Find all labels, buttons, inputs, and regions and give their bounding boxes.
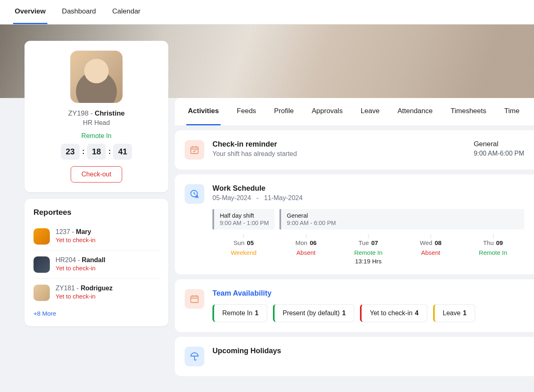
schedule-day[interactable]: Mon06 Absent — [275, 239, 337, 265]
shift-time: 9:00 AM - 6:00 PM — [287, 220, 518, 226]
team-availability-panel: Team Availability Remote In1 Present (by… — [175, 279, 534, 332]
subtab-leave[interactable]: Leave — [359, 98, 381, 125]
avatar[interactable] — [70, 51, 123, 103]
reportee-avatar — [34, 228, 50, 245]
day-status: Weekend — [212, 249, 275, 256]
shift-chip[interactable]: Half day shift 9:00 AM - 1:00 PM — [212, 209, 275, 229]
upcoming-holidays-panel: Upcoming Holidays — [175, 337, 534, 376]
subtab-feeds[interactable]: Feeds — [235, 98, 258, 125]
team-availability-title[interactable]: Team Availability — [212, 289, 524, 298]
reportee-row[interactable]: ZY181 - Rodriguez Yet to check-in — [34, 279, 159, 307]
day-status: Absent — [400, 249, 462, 256]
reportee-status: Yet to check-in — [56, 293, 159, 300]
user-id-name: ZY198 - Christine — [34, 109, 159, 118]
day-status: Remote In — [337, 249, 400, 256]
reportee-row[interactable]: HR204 - Randall Yet to check-in — [34, 251, 159, 279]
checkin-reminder-panel: Check-in reminder Your shift has already… — [175, 130, 534, 169]
schedule-day[interactable]: Sun05 Weekend — [212, 239, 275, 265]
user-role: HR Head — [34, 119, 159, 127]
reportee-status: Yet to check-in — [56, 265, 159, 272]
user-status: Remote In — [34, 132, 159, 140]
subtab-approvals[interactable]: Approvals — [310, 98, 344, 125]
sub-tabs: Activities Feeds Profile Approvals Leave… — [175, 98, 534, 125]
reportee-name: Randall — [82, 256, 105, 263]
day-hours: 13:19 Hrs — [337, 258, 400, 265]
reportee-status: Yet to check-in — [56, 236, 159, 243]
availability-pill-present[interactable]: Present (by default)1 — [273, 304, 355, 322]
tab-dashboard[interactable]: Dashboard — [60, 0, 98, 24]
calendar-icon — [185, 289, 204, 309]
availability-pill-yet[interactable]: Yet to check-in4 — [360, 304, 427, 322]
user-id: ZY198 — [68, 109, 89, 117]
subtab-profile[interactable]: Profile — [273, 98, 295, 125]
reportees-more-link[interactable]: +8 More — [34, 310, 56, 317]
schedule-timeline: Sun05 Weekend Mon06 Absent Tue07 Remote … — [212, 239, 524, 265]
shift-name: Half day shift — [220, 212, 269, 219]
schedule-day[interactable]: Thu09 Remote In — [462, 239, 524, 265]
shift-name: General — [287, 212, 518, 219]
reportee-id: HR204 — [56, 256, 76, 263]
subtab-timesheets[interactable]: Timesheets — [449, 98, 488, 125]
schedule-range: 05-May-2024 - 11-May-2024 — [212, 194, 524, 202]
checkout-button[interactable]: Check-out — [71, 166, 123, 183]
svg-rect-3 — [191, 296, 198, 303]
timer-minutes: 18 — [87, 144, 106, 160]
shift-time: 9:00 AM - 1:00 PM — [220, 220, 269, 226]
schedule-day[interactable]: Tue07 Remote In 13:19 Hrs — [337, 239, 400, 265]
tab-calendar[interactable]: Calendar — [111, 0, 142, 24]
subtab-time[interactable]: Time — [503, 98, 521, 125]
checkin-shift-name: General — [474, 140, 524, 148]
reportee-id: ZY181 — [56, 285, 75, 292]
availability-pill-leave[interactable]: Leave1 — [433, 304, 476, 322]
tab-overview[interactable]: Overview — [13, 0, 47, 24]
clock-user-icon — [185, 184, 204, 204]
day-status: Remote In — [462, 249, 524, 256]
shift-chip[interactable]: General 9:00 AM - 6:00 PM — [279, 209, 524, 229]
subtab-activities[interactable]: Activities — [186, 98, 221, 125]
reportee-id: 1237 — [56, 228, 70, 235]
reportees-card: Reportees 1237 - Mary Yet to check-in H — [25, 199, 168, 326]
timer-seconds: 41 — [113, 144, 132, 160]
reportee-avatar — [34, 285, 50, 301]
svg-rect-0 — [191, 147, 198, 154]
reportee-row[interactable]: 1237 - Mary Yet to check-in — [34, 223, 159, 251]
availability-pill-remote[interactable]: Remote In1 — [212, 304, 267, 322]
holidays-title: Upcoming Holidays — [212, 347, 524, 355]
reportee-name: Rodriguez — [80, 285, 112, 292]
umbrella-icon — [185, 347, 204, 366]
checkin-shift-time: 9:00 AM-6:00 PM — [474, 150, 524, 157]
session-timer: 23 : 18 : 41 — [34, 144, 159, 160]
top-nav: Overview Dashboard Calendar — [0, 0, 534, 24]
reportee-name: Mary — [76, 228, 91, 235]
reportee-avatar — [34, 256, 50, 273]
day-status: Absent — [275, 249, 337, 256]
schedule-title: Work Schedule — [212, 184, 524, 193]
schedule-day[interactable]: Wed08 Absent — [400, 239, 462, 265]
subtab-attendance[interactable]: Attendance — [396, 98, 434, 125]
reportees-title: Reportees — [34, 208, 159, 217]
checkin-subtitle: Your shift has already started — [212, 150, 465, 158]
user-name: Christine — [95, 109, 125, 117]
timer-hours: 23 — [61, 144, 80, 160]
work-schedule-panel: Work Schedule 05-May-2024 - 11-May-2024 … — [175, 174, 534, 274]
calendar-check-icon — [185, 140, 204, 160]
profile-card: ZY198 - Christine HR Head Remote In 23 :… — [25, 41, 168, 192]
checkin-title: Check-in reminder — [212, 140, 465, 149]
